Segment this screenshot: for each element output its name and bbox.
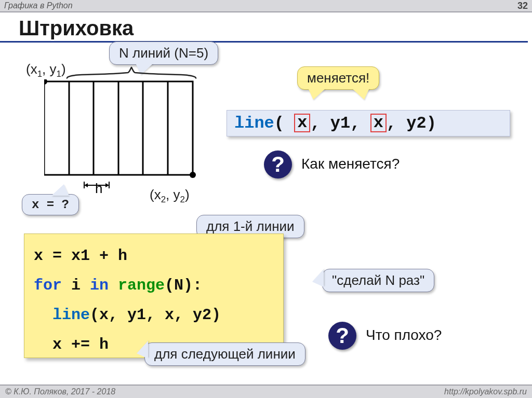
header-label: Графика в Python bbox=[4, 1, 73, 10]
callout-do-n-times: "сделай N раз" bbox=[322, 269, 434, 292]
h-label: h bbox=[95, 181, 102, 197]
code-fn: line bbox=[234, 114, 274, 133]
redbox-x2: x bbox=[370, 114, 387, 132]
svg-point-7 bbox=[190, 172, 196, 178]
callout-n-lines: N линий (N=5) bbox=[109, 42, 218, 65]
slide-footer: © К.Ю. Поляков, 2017 - 2018 http://kpoly… bbox=[0, 385, 532, 398]
redbox-x1: x bbox=[294, 114, 310, 132]
question-circle-1: ? bbox=[264, 150, 292, 179]
svg-marker-12 bbox=[105, 183, 109, 187]
code-line-bar: line( x, y1, x, y2) bbox=[227, 110, 510, 136]
brace-icon bbox=[66, 66, 196, 80]
footer-left: © К.Ю. Поляков, 2017 - 2018 bbox=[5, 387, 115, 396]
callout-do-n-times-text: "сделай N раз" bbox=[332, 272, 424, 288]
callout-next-line-text: для следующей линии bbox=[154, 346, 296, 362]
coord-x1y1: (x1, y1) bbox=[26, 61, 66, 79]
page-number: 32 bbox=[517, 1, 528, 11]
question-circle-2: ? bbox=[328, 322, 356, 350]
page-title: Штриховка bbox=[0, 12, 528, 43]
question-how-changes: Как меняется? bbox=[301, 156, 400, 172]
svg-point-6 bbox=[44, 79, 47, 85]
callout-x-equals-text: x = ? bbox=[32, 198, 69, 212]
svg-marker-11 bbox=[84, 183, 88, 187]
question-mark-icon-2: ? bbox=[336, 323, 349, 348]
question-whats-bad: Что плохо? bbox=[366, 327, 442, 344]
coord-x2y2: (x2, y2) bbox=[150, 187, 190, 205]
hatching-diagram bbox=[44, 79, 196, 178]
callout-changes: меняется! bbox=[297, 66, 379, 90]
question-mark-icon: ? bbox=[271, 152, 285, 177]
callout-x-equals: x = ? bbox=[22, 194, 79, 215]
callout-first-line-text: для 1-й линии bbox=[206, 218, 295, 234]
callout-n-lines-text: N линий (N=5) bbox=[119, 45, 208, 61]
callout-next-line: для следующей линии bbox=[144, 342, 305, 366]
code-block: x = x1 + h for i in range(N): line(x, y1… bbox=[24, 234, 284, 358]
footer-right: http://kpolyakov.spb.ru bbox=[444, 387, 527, 396]
callout-changes-text: меняется! bbox=[307, 70, 369, 86]
slide-header: Графика в Python 32 bbox=[0, 0, 532, 12]
